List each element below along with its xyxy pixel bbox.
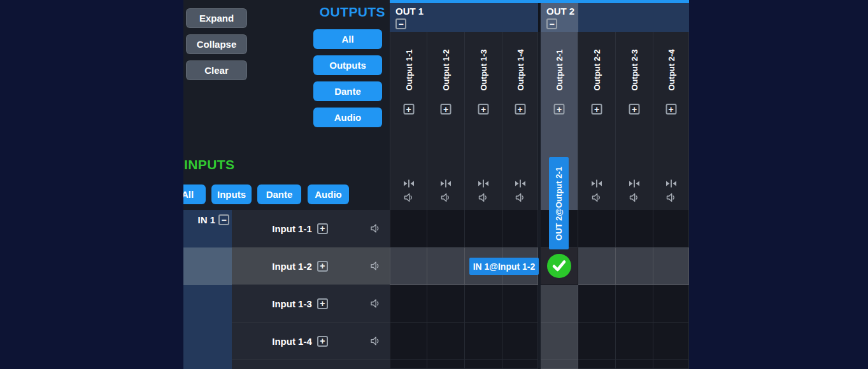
matrix-cell[interactable] — [578, 285, 616, 323]
expand-channel-icon[interactable]: + — [317, 298, 328, 309]
expand-channel-icon[interactable]: + — [403, 104, 414, 115]
output-filter-all-button[interactable]: All — [313, 29, 382, 49]
expand-channel-icon[interactable]: + — [629, 104, 640, 115]
collapse-group-icon[interactable]: − — [546, 18, 557, 29]
input-row-label[interactable] — [232, 360, 390, 369]
matrix-cell[interactable] — [541, 285, 578, 323]
matrix-cell[interactable] — [390, 210, 427, 247]
expand-channel-icon[interactable]: + — [317, 336, 328, 347]
volume-icon[interactable] — [370, 337, 381, 346]
collapse-group-icon[interactable]: − — [218, 214, 229, 225]
expand-channel-icon[interactable]: + — [317, 261, 328, 272]
output-column-header[interactable]: Output 2-3+ — [616, 32, 653, 210]
av-breakaway-icon[interactable] — [665, 179, 676, 188]
volume-icon[interactable] — [592, 193, 602, 202]
matrix-cell[interactable] — [427, 360, 465, 369]
matrix-cell[interactable] — [578, 360, 616, 369]
output-group-header-out-2[interactable]: OUT 2 − — [541, 3, 689, 32]
av-breakaway-icon[interactable] — [478, 179, 489, 188]
av-breakaway-icon[interactable] — [592, 179, 602, 188]
input-row-label[interactable]: Input 1-4+ — [232, 323, 390, 360]
clear-button[interactable]: Clear — [186, 60, 247, 80]
routing-matrix-app: Expand Collapse Clear OUTPUTS All Output… — [183, 0, 689, 369]
input-row-label[interactable]: Input 1-3+ — [232, 285, 390, 323]
input-filter-inputs-button[interactable]: Inputs — [211, 184, 252, 204]
matrix-cell[interactable] — [502, 210, 538, 247]
in-group-column[interactable]: IN 1 − — [183, 210, 232, 369]
volume-icon[interactable] — [403, 193, 414, 202]
matrix-cell[interactable] — [427, 210, 465, 247]
matrix-cell[interactable] — [653, 360, 689, 369]
expand-channel-icon[interactable]: + — [554, 104, 565, 115]
matrix-cell[interactable] — [427, 285, 465, 323]
output-column-header[interactable]: Output 1-4+ — [502, 32, 538, 210]
matrix-cell[interactable] — [427, 323, 465, 360]
matrix-cell[interactable] — [427, 247, 465, 285]
matrix-cell[interactable] — [578, 210, 616, 247]
collapse-button[interactable]: Collapse — [186, 34, 247, 54]
matrix-cell[interactable] — [465, 323, 502, 360]
matrix-cell[interactable] — [465, 285, 502, 323]
matrix-cell[interactable] — [616, 210, 653, 247]
matrix-cell[interactable] — [653, 247, 689, 285]
matrix-cell[interactable] — [616, 285, 653, 323]
volume-icon[interactable] — [515, 193, 525, 202]
expand-button[interactable]: Expand — [186, 8, 247, 28]
input-filter-audio-button[interactable]: Audio — [308, 184, 349, 204]
matrix-cell[interactable] — [653, 210, 689, 247]
expand-channel-icon[interactable]: + — [317, 223, 328, 234]
expand-channel-icon[interactable]: + — [441, 104, 452, 115]
matrix-cell[interactable] — [390, 323, 427, 360]
input-filter-dante-button[interactable]: Dante — [257, 184, 301, 204]
expand-channel-icon[interactable]: + — [478, 104, 489, 115]
av-breakaway-icon[interactable] — [515, 179, 525, 188]
volume-icon[interactable] — [370, 224, 381, 233]
av-breakaway-icon[interactable] — [629, 179, 640, 188]
collapse-group-icon[interactable]: − — [395, 18, 406, 29]
volume-icon[interactable] — [370, 261, 381, 271]
output-column-header[interactable]: Output 1-3+ — [465, 32, 502, 210]
matrix-cell[interactable] — [390, 360, 427, 369]
av-breakaway-icon[interactable] — [403, 179, 414, 188]
output-column-header[interactable]: Output 2-2+ — [578, 32, 616, 210]
volume-icon[interactable] — [665, 193, 676, 202]
matrix-cell[interactable] — [616, 360, 653, 369]
matrix-cell[interactable] — [502, 285, 538, 323]
expand-channel-icon[interactable]: + — [592, 104, 602, 115]
av-breakaway-icon[interactable] — [441, 179, 452, 188]
output-filter-dante-button[interactable]: Dante — [313, 81, 382, 101]
output-column-header[interactable]: Output 2-4+ — [653, 32, 689, 210]
volume-icon[interactable] — [629, 193, 640, 202]
volume-icon[interactable] — [441, 193, 452, 202]
output-column-header[interactable]: Output 1-1+ — [390, 32, 427, 210]
matrix-cell[interactable] — [502, 360, 538, 369]
crosspoint-active-cell[interactable] — [541, 247, 578, 285]
output-column-header[interactable]: Output 1-2+ — [427, 32, 465, 210]
route-output-tooltip: OUT 2@Output 2-1 — [549, 157, 569, 249]
input-row-label[interactable]: Input 1-2+ — [232, 247, 390, 285]
matrix-cell[interactable] — [390, 247, 427, 285]
output-column-label: Output 2-1 — [555, 50, 564, 91]
volume-icon[interactable] — [478, 193, 489, 202]
output-group-header-out-1[interactable]: OUT 1 − — [390, 3, 538, 32]
input-group-header-in-1[interactable]: IN 1 − — [197, 214, 229, 225]
matrix-cell[interactable] — [465, 360, 502, 369]
output-filter-outputs-button[interactable]: Outputs — [313, 55, 382, 75]
matrix-cell[interactable] — [616, 247, 653, 285]
matrix-cell[interactable] — [541, 360, 578, 369]
expand-channel-icon[interactable]: + — [665, 104, 676, 115]
matrix-cell[interactable] — [541, 323, 578, 360]
matrix-cell[interactable] — [616, 323, 653, 360]
matrix-cell[interactable] — [390, 285, 427, 323]
matrix-cell[interactable] — [502, 323, 538, 360]
matrix-cell[interactable] — [578, 323, 616, 360]
expand-channel-icon[interactable]: + — [515, 104, 525, 115]
output-filter-audio-button[interactable]: Audio — [313, 108, 382, 127]
input-row-label[interactable]: Input 1-1+ — [232, 210, 390, 247]
matrix-cell[interactable] — [653, 285, 689, 323]
input-filter-all-button[interactable]: All — [183, 184, 206, 204]
matrix-cell[interactable] — [653, 323, 689, 360]
matrix-cell[interactable] — [465, 210, 502, 247]
matrix-cell[interactable] — [578, 247, 616, 285]
volume-icon[interactable] — [370, 299, 381, 309]
